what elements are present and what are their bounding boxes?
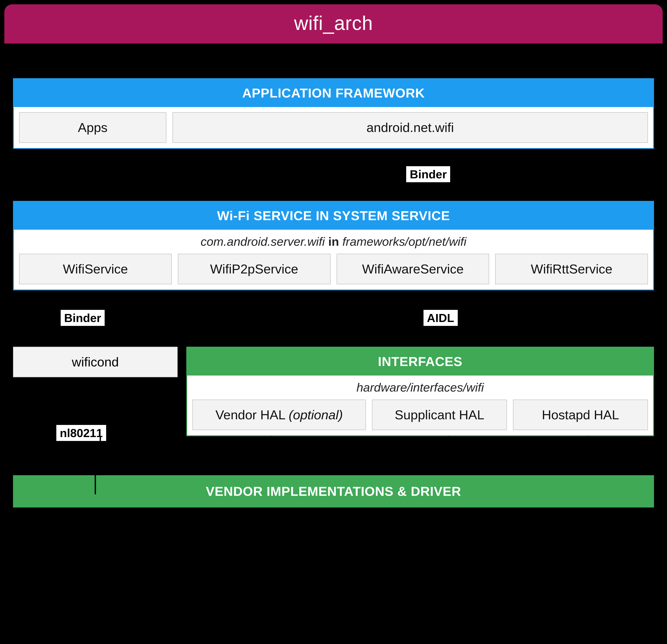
cell-hostapd-hal: Hostapd HAL [513, 400, 648, 430]
cell-apps: Apps [19, 112, 166, 143]
col-wificond: wificond nl80211 [13, 347, 178, 425]
connector-binder-top: Binder [13, 149, 654, 201]
label-nl80211: nl80211 [56, 425, 106, 441]
layer-interfaces: INTERFACES hardware/interfaces/wifi Vend… [186, 347, 654, 436]
label-aidl: AIDL [423, 310, 458, 326]
cell-android-net-wifi: android.net.wifi [173, 112, 648, 143]
layer-app-framework-header: APPLICATION FRAMEWORK [14, 79, 653, 107]
diagram-stack: APPLICATION FRAMEWORK Apps android.net.w… [4, 44, 663, 508]
col-interfaces: INTERFACES hardware/interfaces/wifi Vend… [186, 347, 654, 436]
layer-app-framework: APPLICATION FRAMEWORK Apps android.net.w… [13, 78, 654, 149]
cell-wificond: wificond [13, 347, 178, 377]
layer-app-framework-body: Apps android.net.wifi [14, 107, 653, 148]
connector-service-down: Binder AIDL [13, 290, 654, 347]
diagram-root: wifi_arch APPLICATION FRAMEWORK Apps and… [4, 4, 663, 508]
caption-hw-path: hardware/interfaces/wifi [356, 381, 484, 394]
cell-wifiawareservice: WifiAwareService [337, 254, 489, 284]
cell-supplicant-hal: Supplicant HAL [372, 400, 507, 430]
caption-path: frameworks/opt/net/wifi [342, 235, 467, 248]
diagram-title: wifi_arch [4, 4, 663, 44]
row-wificond-interfaces: wificond nl80211 INTERFACES hardware/int… [13, 347, 654, 436]
caption-package: com.android.server.wifi [200, 235, 325, 248]
connector-nl80211: nl80211 [13, 377, 178, 425]
layer-interfaces-body: Vendor HAL (optional) Supplicant HAL Hos… [187, 395, 653, 435]
layer-wifi-service-header: Wi-Fi SERVICE IN SYSTEM SERVICE [14, 202, 653, 230]
cell-wifiservice: WifiService [19, 254, 172, 284]
cell-vendor-hal-optional: (optional) [289, 407, 343, 422]
cell-wifirttservice: WifiRttService [495, 254, 648, 284]
caption-in: in [328, 235, 339, 248]
label-binder-top: Binder [406, 166, 450, 182]
cell-wifip2pservice: WifiP2pService [178, 254, 330, 284]
layer-vendor-impl: VENDOR IMPLEMENTATIONS & DRIVER [13, 475, 654, 508]
cell-vendor-hal: Vendor HAL (optional) [192, 400, 366, 430]
layer-interfaces-header: INTERFACES [187, 348, 653, 375]
layer-wifi-service-body: WifiService WifiP2pService WifiAwareServ… [14, 248, 653, 290]
layer-wifi-service: Wi-Fi SERVICE IN SYSTEM SERVICE com.andr… [13, 201, 654, 290]
cell-vendor-hal-text: Vendor HAL [215, 407, 285, 422]
label-binder-wificond: Binder [61, 310, 104, 326]
layer-wifi-service-caption: com.android.server.wifi in frameworks/op… [14, 230, 653, 248]
layer-interfaces-caption: hardware/interfaces/wifi [187, 375, 653, 395]
